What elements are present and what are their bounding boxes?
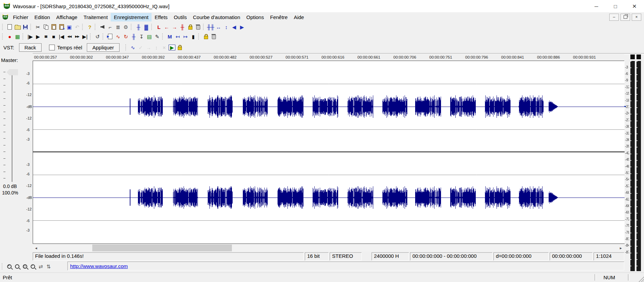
mdi-restore-button[interactable] [621, 14, 630, 21]
envelope-view-button[interactable]: ▓ [142, 23, 150, 31]
menu-effets[interactable]: Effets [152, 13, 171, 21]
menu-traitement[interactable]: Traitement [80, 13, 111, 21]
num-lock-indicator: NUM [603, 275, 615, 280]
go-to-end-button[interactable]: ▶| [81, 33, 89, 40]
paste-mix-button[interactable]: ▣ [65, 23, 73, 31]
fader-tick [3, 152, 5, 152]
stop-button[interactable]: ■ [50, 33, 58, 40]
mdi-close-button[interactable]: × [632, 14, 641, 21]
fader-tick [3, 165, 5, 165]
peak-level-marker [624, 106, 626, 107]
batch-convert-button[interactable]: ↻ [122, 33, 130, 40]
peaks-view-button[interactable]: ╫ [135, 23, 142, 31]
monitor-audio-button[interactable] [98, 23, 106, 31]
vst-apply-button[interactable]: Appliquer [87, 43, 119, 52]
menu-courbe-d-automation[interactable]: Courbe d'automation [190, 13, 243, 21]
wavosaur-website-link[interactable]: http://www.wavosaur.com [70, 263, 128, 269]
timeline-ruler[interactable]: 00:00:00:25700:00:00:30200:00:00:34700:0… [33, 54, 624, 61]
envelope-view-icon: ▓ [144, 25, 148, 30]
file-info-button[interactable]: ≣ [114, 23, 122, 31]
close-button[interactable]: × [625, 0, 644, 12]
open-file-button[interactable] [14, 23, 21, 31]
zoom-in-button[interactable] [5, 263, 13, 270]
zoom-selection-button[interactable] [21, 263, 29, 270]
markers-to-selection-button[interactable]: ▮ [189, 33, 197, 40]
normalize-button[interactable]: ↧ [138, 33, 145, 40]
audio-config-button[interactable]: ⚙ [122, 23, 130, 31]
scroll-right-button[interactable]: ► [617, 245, 624, 251]
master-fader-track[interactable] [12, 73, 13, 182]
playlist-button[interactable]: ▤ [145, 33, 153, 40]
zoom-out-button[interactable] [13, 263, 21, 270]
resize-grip[interactable] [638, 276, 644, 282]
paste-insert-button[interactable] [58, 23, 65, 31]
shift-right-button[interactable]: → [171, 23, 178, 31]
loop-sample-button[interactable]: ⌐ [106, 23, 114, 31]
fader-tick [3, 125, 5, 125]
automation-lock-button[interactable] [176, 44, 184, 51]
copy-button[interactable] [42, 23, 50, 31]
fader-tick [3, 105, 5, 106]
cut-button[interactable]: ✂ [34, 23, 42, 31]
menu-fichier[interactable]: Fichier [10, 13, 31, 21]
new-file-button[interactable] [6, 23, 14, 31]
zoom-wave-button[interactable] [29, 263, 37, 270]
mdi-minimize-button[interactable]: – [609, 14, 619, 21]
realtime-checkbox[interactable] [49, 45, 55, 50]
fit-height-button[interactable]: ↕ [222, 23, 230, 31]
paste-button[interactable] [50, 23, 58, 31]
db-scale-label: -6 [625, 72, 628, 76]
insert-audio-button[interactable] [106, 33, 114, 40]
automation-delete-button: × [160, 44, 168, 51]
prev-marker-button[interactable]: ↤ [174, 33, 182, 40]
horizontal-scrollbar[interactable]: ◄ ► [33, 245, 624, 251]
help-button[interactable]: ? [86, 23, 94, 31]
pause-button[interactable]: ▮▮ [42, 33, 50, 40]
lock-button[interactable] [186, 23, 194, 31]
minimize-button[interactable]: ─ [587, 0, 606, 12]
master-fader-handle[interactable] [6, 69, 18, 75]
rewind-button[interactable]: ◀◀ [65, 33, 73, 40]
automation-curve-icon: ∿ [131, 45, 135, 50]
resample-button[interactable]: ∿ [114, 33, 122, 40]
save-file-button[interactable] [21, 23, 29, 31]
markers-grid-button[interactable]: ╫╫ [207, 23, 215, 31]
next-view-button[interactable]: ▶ [238, 23, 246, 31]
menu-aide[interactable]: Aide [291, 13, 307, 21]
automation-play-button[interactable]: ▶ [168, 44, 176, 51]
waveform-canvas[interactable] [33, 61, 625, 244]
marker-flag-button[interactable]: L [155, 23, 163, 31]
statistics-button[interactable]: ╫ [130, 33, 138, 40]
fast-forward-button[interactable]: ▶▶ [73, 33, 81, 40]
menu-affichage[interactable]: Affichage [53, 13, 80, 21]
loop-playback-button[interactable]: ↺ [94, 33, 101, 40]
markers-all-button[interactable]: ╫ [178, 23, 186, 31]
shift-left-button[interactable]: ← [163, 23, 171, 31]
prev-view-button[interactable]: ◀ [230, 23, 238, 31]
menu-fen-tre[interactable]: Fenêtre [267, 13, 291, 21]
delete-file-button[interactable] [210, 33, 218, 40]
record-button[interactable]: ● [6, 33, 14, 40]
scrollbar-thumb[interactable] [92, 245, 232, 251]
menu-options[interactable]: Options [243, 13, 267, 21]
menu-enregistrement[interactable]: Enregistrement [111, 13, 152, 21]
next-marker-button[interactable]: ↦ [182, 33, 189, 40]
ruler-timestamp: 00:00:00:706 [393, 55, 416, 59]
delete-button[interactable] [194, 23, 202, 31]
lock-file-button[interactable] [202, 33, 210, 40]
go-to-start-button[interactable]: |◀ [58, 33, 65, 40]
maximize-button[interactable]: □ [606, 0, 625, 12]
play-button[interactable]: ▶ [34, 33, 42, 40]
zoom-vertical-button[interactable]: ⇅ [45, 263, 52, 270]
menu-outils[interactable]: Outils [171, 13, 190, 21]
vst-rack-button[interactable]: Rack [19, 43, 42, 52]
scroll-left-button[interactable]: ◄ [33, 245, 40, 251]
fit-width-button[interactable]: ↔ [215, 23, 222, 31]
add-marker-button[interactable]: M [166, 33, 174, 40]
record-options-button[interactable]: ▦ [14, 33, 21, 40]
menu-edition[interactable]: Edition [31, 13, 53, 21]
zoom-horizontal-button[interactable]: ⇄ [37, 263, 45, 270]
automation-curve-button[interactable]: ∿ [129, 44, 137, 51]
draw-mode-button[interactable]: ✎ [153, 33, 161, 40]
play-from-cursor-button[interactable]: |▶ [26, 33, 34, 40]
